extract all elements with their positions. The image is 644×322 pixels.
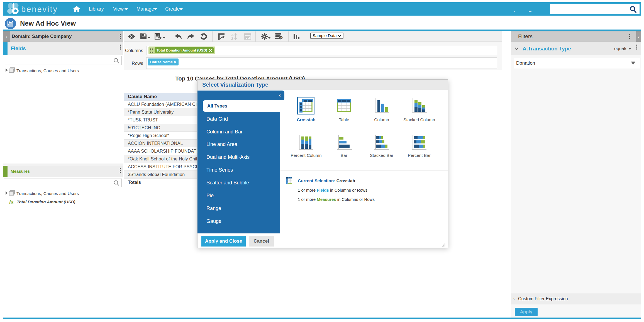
svg-text:?: ? — [280, 36, 282, 40]
svg-text:2: 2 — [231, 37, 233, 40]
svg-text:A: A — [231, 33, 234, 37]
